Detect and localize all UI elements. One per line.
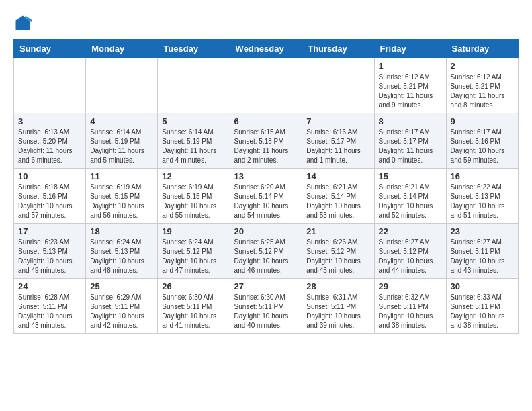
day-number: 7 <box>306 116 369 126</box>
day-number: 26 <box>162 281 225 291</box>
calendar-cell: 27Sunrise: 6:30 AMSunset: 5:11 PMDayligh… <box>230 279 302 334</box>
day-header-sunday: Sunday <box>14 40 86 58</box>
calendar-cell: 6Sunrise: 6:15 AMSunset: 5:18 PMDaylight… <box>230 113 302 169</box>
day-info: Sunrise: 6:27 AMSunset: 5:11 PMDaylight:… <box>451 238 514 275</box>
day-number: 18 <box>90 226 153 236</box>
day-info: Sunrise: 6:29 AMSunset: 5:11 PMDaylight:… <box>90 293 153 330</box>
day-info: Sunrise: 6:18 AMSunset: 5:16 PMDaylight:… <box>18 183 81 220</box>
day-info: Sunrise: 6:21 AMSunset: 5:14 PMDaylight:… <box>306 183 369 220</box>
day-info: Sunrise: 6:12 AMSunset: 5:21 PMDaylight:… <box>379 73 442 110</box>
day-header-monday: Monday <box>86 40 158 58</box>
calendar-cell: 28Sunrise: 6:31 AMSunset: 5:11 PMDayligh… <box>302 279 374 334</box>
day-number: 10 <box>18 171 81 181</box>
day-info: Sunrise: 6:33 AMSunset: 5:11 PMDaylight:… <box>451 293 514 330</box>
day-number: 11 <box>90 171 153 181</box>
calendar-cell: 14Sunrise: 6:21 AMSunset: 5:14 PMDayligh… <box>302 169 374 224</box>
calendar-cell: 7Sunrise: 6:16 AMSunset: 5:17 PMDaylight… <box>302 113 374 169</box>
day-number: 6 <box>234 116 298 126</box>
day-number: 5 <box>162 116 225 126</box>
calendar-cell: 30Sunrise: 6:33 AMSunset: 5:11 PMDayligh… <box>446 279 518 334</box>
day-info: Sunrise: 6:22 AMSunset: 5:13 PMDaylight:… <box>451 183 514 220</box>
day-number: 9 <box>451 116 514 126</box>
day-number: 14 <box>306 171 369 181</box>
week-row-2: 3Sunrise: 6:13 AMSunset: 5:20 PMDaylight… <box>14 113 519 169</box>
day-number: 27 <box>234 281 298 291</box>
week-row-5: 24Sunrise: 6:28 AMSunset: 5:11 PMDayligh… <box>14 279 519 334</box>
day-number: 3 <box>18 116 81 126</box>
day-info: Sunrise: 6:28 AMSunset: 5:11 PMDaylight:… <box>18 293 81 330</box>
calendar-cell: 11Sunrise: 6:19 AMSunset: 5:15 PMDayligh… <box>86 169 158 224</box>
day-number: 16 <box>451 171 514 181</box>
calendar-cell: 21Sunrise: 6:26 AMSunset: 5:12 PMDayligh… <box>302 224 374 279</box>
week-row-3: 10Sunrise: 6:18 AMSunset: 5:16 PMDayligh… <box>14 169 519 224</box>
calendar-cell: 5Sunrise: 6:14 AMSunset: 5:19 PMDaylight… <box>158 113 230 169</box>
day-header-wednesday: Wednesday <box>230 40 302 58</box>
day-number: 24 <box>18 281 81 291</box>
day-number: 30 <box>451 281 514 291</box>
day-info: Sunrise: 6:27 AMSunset: 5:12 PMDaylight:… <box>379 238 442 275</box>
day-number: 21 <box>306 226 369 236</box>
calendar-table: SundayMondayTuesdayWednesdayThursdayFrid… <box>13 39 519 334</box>
logo <box>13 13 35 32</box>
calendar-cell: 13Sunrise: 6:20 AMSunset: 5:14 PMDayligh… <box>230 169 302 224</box>
day-header-tuesday: Tuesday <box>158 40 230 58</box>
day-info: Sunrise: 6:30 AMSunset: 5:11 PMDaylight:… <box>234 293 298 330</box>
day-info: Sunrise: 6:15 AMSunset: 5:18 PMDaylight:… <box>234 128 298 165</box>
day-number: 8 <box>379 116 442 126</box>
day-number: 13 <box>234 171 298 181</box>
day-number: 23 <box>451 226 514 236</box>
calendar-cell <box>14 58 86 113</box>
calendar-cell: 26Sunrise: 6:30 AMSunset: 5:11 PMDayligh… <box>158 279 230 334</box>
day-number: 15 <box>379 171 442 181</box>
day-info: Sunrise: 6:30 AMSunset: 5:11 PMDaylight:… <box>162 293 225 330</box>
day-number: 19 <box>162 226 225 236</box>
day-number: 4 <box>90 116 153 126</box>
day-info: Sunrise: 6:25 AMSunset: 5:12 PMDaylight:… <box>234 238 298 275</box>
calendar-cell: 20Sunrise: 6:25 AMSunset: 5:12 PMDayligh… <box>230 224 302 279</box>
calendar-cell: 1Sunrise: 6:12 AMSunset: 5:21 PMDaylight… <box>374 58 446 113</box>
calendar-cell: 16Sunrise: 6:22 AMSunset: 5:13 PMDayligh… <box>446 169 518 224</box>
calendar-cell <box>230 58 302 113</box>
calendar-cell: 29Sunrise: 6:32 AMSunset: 5:11 PMDayligh… <box>374 279 446 334</box>
day-header-saturday: Saturday <box>446 40 518 58</box>
day-info: Sunrise: 6:21 AMSunset: 5:14 PMDaylight:… <box>379 183 442 220</box>
day-number: 22 <box>379 226 442 236</box>
day-info: Sunrise: 6:26 AMSunset: 5:12 PMDaylight:… <box>306 238 369 275</box>
day-info: Sunrise: 6:23 AMSunset: 5:13 PMDaylight:… <box>18 238 81 275</box>
calendar-cell: 24Sunrise: 6:28 AMSunset: 5:11 PMDayligh… <box>14 279 86 334</box>
day-header-thursday: Thursday <box>302 40 374 58</box>
calendar-cell: 18Sunrise: 6:24 AMSunset: 5:13 PMDayligh… <box>86 224 158 279</box>
day-info: Sunrise: 6:17 AMSunset: 5:16 PMDaylight:… <box>451 128 514 165</box>
day-info: Sunrise: 6:16 AMSunset: 5:17 PMDaylight:… <box>306 128 369 165</box>
day-number: 20 <box>234 226 298 236</box>
calendar-cell: 12Sunrise: 6:19 AMSunset: 5:15 PMDayligh… <box>158 169 230 224</box>
calendar-cell: 9Sunrise: 6:17 AMSunset: 5:16 PMDaylight… <box>446 113 518 169</box>
calendar-cell: 22Sunrise: 6:27 AMSunset: 5:12 PMDayligh… <box>374 224 446 279</box>
day-info: Sunrise: 6:12 AMSunset: 5:21 PMDaylight:… <box>451 73 514 110</box>
day-info: Sunrise: 6:19 AMSunset: 5:15 PMDaylight:… <box>162 183 225 220</box>
calendar-cell: 3Sunrise: 6:13 AMSunset: 5:20 PMDaylight… <box>14 113 86 169</box>
calendar-cell <box>158 58 230 113</box>
day-info: Sunrise: 6:24 AMSunset: 5:13 PMDaylight:… <box>90 238 153 275</box>
day-info: Sunrise: 6:32 AMSunset: 5:11 PMDaylight:… <box>379 293 442 330</box>
week-row-1: 1Sunrise: 6:12 AMSunset: 5:21 PMDaylight… <box>14 58 519 113</box>
calendar-cell: 8Sunrise: 6:17 AMSunset: 5:17 PMDaylight… <box>374 113 446 169</box>
calendar-header-row: SundayMondayTuesdayWednesdayThursdayFrid… <box>14 40 519 58</box>
calendar-cell: 17Sunrise: 6:23 AMSunset: 5:13 PMDayligh… <box>14 224 86 279</box>
page-header <box>13 13 519 32</box>
calendar-cell <box>302 58 374 113</box>
day-number: 2 <box>451 61 514 71</box>
logo-icon <box>13 13 32 32</box>
day-info: Sunrise: 6:20 AMSunset: 5:14 PMDaylight:… <box>234 183 298 220</box>
day-number: 1 <box>379 61 442 71</box>
day-number: 28 <box>306 281 369 291</box>
day-header-friday: Friday <box>374 40 446 58</box>
week-row-4: 17Sunrise: 6:23 AMSunset: 5:13 PMDayligh… <box>14 224 519 279</box>
day-number: 17 <box>18 226 81 236</box>
day-info: Sunrise: 6:14 AMSunset: 5:19 PMDaylight:… <box>90 128 153 165</box>
day-info: Sunrise: 6:13 AMSunset: 5:20 PMDaylight:… <box>18 128 81 165</box>
day-number: 12 <box>162 171 225 181</box>
day-info: Sunrise: 6:24 AMSunset: 5:12 PMDaylight:… <box>162 238 225 275</box>
calendar-cell: 25Sunrise: 6:29 AMSunset: 5:11 PMDayligh… <box>86 279 158 334</box>
calendar-cell: 19Sunrise: 6:24 AMSunset: 5:12 PMDayligh… <box>158 224 230 279</box>
